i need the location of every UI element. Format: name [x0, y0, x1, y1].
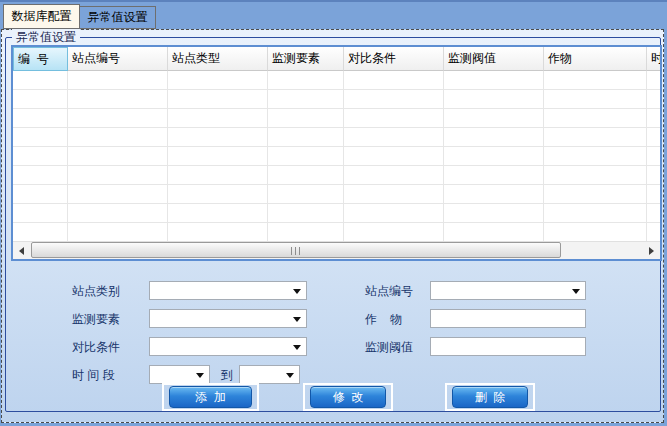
table-cell [268, 223, 344, 242]
table-cell [68, 147, 168, 166]
table-cell [168, 109, 268, 128]
table-cell [13, 185, 68, 204]
abnormal-value-grid[interactable]: 编 号 站点编号 站点类型 监测要素 对比条件 监测阀值 作物 时间段 [11, 45, 662, 261]
table-cell [68, 223, 168, 242]
scroll-right-arrow-icon [649, 247, 654, 255]
grid-header-time-period[interactable]: 时间段 [647, 47, 660, 71]
table-row[interactable] [13, 90, 660, 109]
table-cell [168, 166, 268, 185]
monitor-threshold-input[interactable] [430, 337, 586, 356]
grid-header-station-id[interactable]: 站点编号 [68, 47, 168, 71]
label-monitor-element: 监测要素 [72, 310, 120, 329]
chevron-down-icon [286, 373, 294, 378]
table-cell [647, 109, 660, 128]
station-id-select[interactable] [430, 281, 586, 300]
table-cell [344, 166, 444, 185]
tab-database-config[interactable]: 数据库配置 [3, 4, 80, 29]
table-cell [168, 128, 268, 147]
grid-header-monitor-element[interactable]: 监测要素 [268, 47, 344, 71]
table-cell [68, 90, 168, 109]
abnormal-value-groupbox: 异常值设置 编 号 站点编号 站点类型 监测要素 对比条件 监测阀值 作物 时间… [5, 37, 661, 412]
grid-header-crop[interactable]: 作物 [544, 47, 647, 71]
table-cell [647, 90, 660, 109]
table-cell [544, 128, 647, 147]
table-cell [268, 128, 344, 147]
table-row[interactable] [13, 223, 660, 242]
tab-abnormal-value-settings[interactable]: 异常值设置 [79, 6, 156, 29]
crop-input[interactable] [430, 309, 586, 328]
station-category-select[interactable] [149, 281, 307, 300]
table-cell [344, 204, 444, 223]
table-row[interactable] [13, 204, 660, 223]
monitor-element-select[interactable] [149, 309, 307, 328]
table-cell [13, 90, 68, 109]
grid-header-compare-condition[interactable]: 对比条件 [344, 47, 444, 71]
chevron-down-icon [572, 289, 580, 294]
table-cell [544, 223, 647, 242]
table-row[interactable] [13, 166, 660, 185]
table-cell [544, 147, 647, 166]
table-cell [13, 128, 68, 147]
scrollbar-thumb[interactable] [31, 242, 561, 258]
scroll-left-button[interactable] [13, 242, 30, 259]
table-cell [13, 71, 68, 90]
table-cell [268, 90, 344, 109]
delete-button[interactable]: 删 除 [452, 386, 528, 408]
table-cell [168, 90, 268, 109]
table-cell [344, 71, 444, 90]
table-cell [344, 185, 444, 204]
table-cell [444, 223, 544, 242]
table-row[interactable] [13, 128, 660, 147]
add-button[interactable]: 添 加 [169, 386, 252, 408]
table-cell [168, 71, 268, 90]
table-cell [168, 223, 268, 242]
table-cell [444, 90, 544, 109]
table-cell [647, 71, 660, 90]
table-cell [268, 109, 344, 128]
table-cell [344, 128, 444, 147]
table-cell [68, 185, 168, 204]
table-cell [544, 185, 647, 204]
table-cell [444, 71, 544, 90]
modify-button-frame: 修 改 [303, 383, 393, 411]
content-panel: 异常值设置 编 号 站点编号 站点类型 监测要素 对比条件 监测阀值 作物 时间… [1, 29, 664, 423]
grid-header-monitor-threshold[interactable]: 监测阀值 [444, 47, 544, 71]
groupbox-title: 异常值设置 [12, 29, 80, 45]
chevron-down-icon [196, 373, 204, 378]
label-time-period: 时 间 段 [72, 366, 115, 385]
grid-header-station-type[interactable]: 站点类型 [168, 47, 268, 71]
compare-condition-select[interactable] [149, 337, 307, 356]
table-cell [544, 166, 647, 185]
scroll-right-button[interactable] [643, 242, 660, 259]
table-row[interactable] [13, 185, 660, 204]
table-cell [68, 204, 168, 223]
chevron-down-icon [293, 345, 301, 350]
delete-button-frame: 删 除 [445, 383, 535, 411]
table-row[interactable] [13, 147, 660, 166]
grid-header-id[interactable]: 编 号 [13, 47, 68, 71]
chevron-down-icon [293, 289, 301, 294]
table-row[interactable] [13, 71, 660, 90]
table-row[interactable] [13, 109, 660, 128]
table-cell [647, 147, 660, 166]
time-to-select[interactable] [239, 365, 300, 384]
table-cell [68, 166, 168, 185]
grid-horizontal-scrollbar[interactable] [13, 241, 660, 259]
table-cell [444, 166, 544, 185]
modify-button[interactable]: 修 改 [310, 386, 386, 408]
table-cell [647, 166, 660, 185]
table-cell [168, 204, 268, 223]
table-cell [13, 204, 68, 223]
table-cell [647, 223, 660, 242]
add-button-frame: 添 加 [162, 383, 259, 411]
grid-body[interactable] [13, 71, 660, 242]
table-cell [544, 109, 647, 128]
table-cell [544, 90, 647, 109]
label-compare-condition: 对比条件 [72, 338, 120, 357]
time-from-select[interactable] [149, 365, 210, 384]
scroll-left-arrow-icon [19, 247, 24, 255]
scrollbar-grip-icon [291, 247, 300, 255]
label-crop: 作 物 [365, 310, 402, 329]
table-cell [544, 204, 647, 223]
app-window: { "tabs": [ { "label": "数据库配置", "active"… [0, 0, 667, 426]
